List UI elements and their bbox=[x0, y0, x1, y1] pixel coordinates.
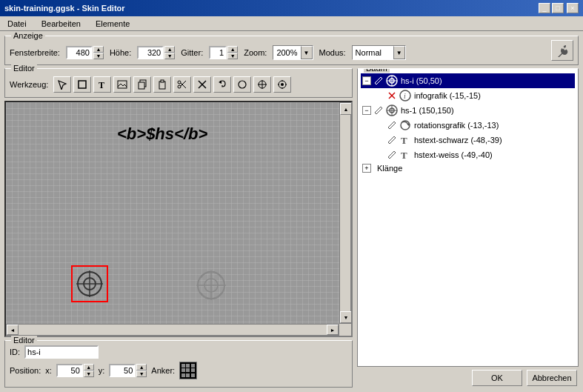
gitter-input[interactable]: 1 bbox=[209, 46, 227, 59]
hoehe-spinbox[interactable]: 320 ▲ ▼ bbox=[137, 46, 175, 59]
tool-cut[interactable] bbox=[173, 76, 191, 93]
cancel-button[interactable]: Abbrechen bbox=[527, 370, 577, 386]
gitter-spin-up[interactable]: ▲ bbox=[227, 46, 238, 53]
tree-panel: Baum − hs-i (50,50) bbox=[357, 68, 579, 388]
anzeige-row: Fensterbreite: 480 ▲ ▼ Höhe: 320 ▲ ▼ Git… bbox=[10, 42, 573, 60]
svg-line-32 bbox=[375, 83, 376, 84]
hoehe-input[interactable]: 320 bbox=[137, 46, 164, 59]
anker-grid[interactable] bbox=[179, 362, 197, 379]
menu-datei[interactable]: Datei bbox=[3, 19, 31, 29]
id-label: ID: bbox=[10, 348, 20, 356]
scroll-track-v[interactable] bbox=[340, 115, 350, 311]
y-label: y: bbox=[99, 366, 105, 375]
cross-icon-infografik bbox=[387, 91, 396, 100]
canvas-scrollbar-vertical[interactable]: ▲ ▼ bbox=[339, 102, 351, 324]
fensterbreite-spin-buttons[interactable]: ▲ ▼ bbox=[93, 46, 104, 59]
crosshair-svg-1 bbox=[75, 269, 104, 299]
tool-rect[interactable] bbox=[73, 76, 91, 93]
text-tool-icon: T bbox=[97, 79, 107, 90]
tree-item-hs-i[interactable]: − hs-i (50,50) bbox=[361, 73, 575, 88]
tree-item-hs-1[interactable]: − hs-1 (150,150) bbox=[361, 103, 575, 118]
tool-arrow[interactable] bbox=[53, 76, 71, 93]
zoom-dropdown-arrow[interactable]: ▼ bbox=[301, 46, 313, 59]
scroll-up-button[interactable]: ▲ bbox=[340, 103, 352, 115]
y-spin-buttons[interactable]: ▲ ▼ bbox=[136, 364, 147, 377]
position-row: Position: x: 50 ▲ ▼ y: 50 ▲ bbox=[10, 362, 347, 379]
gitter-spin-buttons[interactable]: ▲ ▼ bbox=[227, 46, 238, 59]
hoehe-spin-down[interactable]: ▼ bbox=[164, 53, 175, 59]
x-spin-up[interactable]: ▲ bbox=[84, 364, 94, 371]
pencil-icon-rotationsgrafik bbox=[387, 121, 396, 130]
maximize-button[interactable]: □ bbox=[552, 3, 564, 13]
minimize-button[interactable]: _ bbox=[539, 3, 550, 13]
tool-image[interactable] bbox=[113, 76, 131, 93]
rotate-icon bbox=[399, 119, 411, 131]
svg-rect-0 bbox=[79, 81, 86, 88]
scroll-left-button[interactable]: ◄ bbox=[7, 325, 19, 335]
tree-expand-klaenge[interactable]: + bbox=[362, 164, 371, 173]
tree-item-hstext-schwarz[interactable]: T hstext-schwarz (-48,-39) bbox=[374, 133, 575, 147]
tree-item-hstext-weiss[interactable]: T hstext-weiss (-49,-40) bbox=[374, 147, 575, 162]
crosshair-element-2[interactable] bbox=[195, 269, 227, 303]
modus-label: Modus: bbox=[319, 48, 346, 57]
hoehe-spin-buttons[interactable]: ▲ ▼ bbox=[164, 46, 175, 59]
scroll-right-button[interactable]: ► bbox=[327, 325, 339, 335]
y-spinbox[interactable]: 50 ▲ ▼ bbox=[109, 364, 147, 377]
fensterbreite-label: Fensterbreite: bbox=[10, 48, 60, 57]
cut-icon bbox=[177, 79, 187, 90]
modus-dropdown-container[interactable]: Normal ▼ bbox=[352, 45, 406, 60]
tool-star[interactable] bbox=[273, 76, 291, 93]
x-spinbox[interactable]: 50 ▲ ▼ bbox=[56, 364, 94, 377]
window-controls[interactable]: _ □ × bbox=[539, 3, 579, 13]
id-input[interactable]: hs-i bbox=[24, 345, 99, 359]
tree-item-text-hs-1: hs-1 (150,150) bbox=[401, 106, 454, 115]
close-button[interactable]: × bbox=[567, 3, 579, 13]
canvas-scrollbar-horizontal[interactable]: ◄ ► bbox=[6, 324, 339, 336]
tree-expand-hs-i[interactable]: − bbox=[362, 76, 371, 85]
y-spin-down[interactable]: ▼ bbox=[136, 371, 147, 377]
x-input[interactable]: 50 bbox=[56, 364, 83, 377]
tool-text[interactable]: T bbox=[93, 76, 111, 93]
crosshair-element-1[interactable] bbox=[75, 269, 104, 300]
fensterbreite-spin-down[interactable]: ▼ bbox=[93, 53, 104, 59]
modus-dropdown[interactable]: Normal ▼ bbox=[352, 45, 406, 60]
tool-delete[interactable] bbox=[193, 76, 211, 93]
copy-icon bbox=[137, 79, 147, 90]
x-spin-buttons[interactable]: ▲ ▼ bbox=[84, 364, 94, 377]
scroll-down-button[interactable]: ▼ bbox=[340, 311, 352, 323]
modus-dropdown-arrow[interactable]: ▼ bbox=[393, 46, 405, 59]
y-input[interactable]: 50 bbox=[109, 364, 136, 377]
hoehe-spin-up[interactable]: ▲ bbox=[164, 46, 175, 53]
tree-label: Baum bbox=[364, 68, 390, 73]
tool-paste[interactable] bbox=[153, 76, 171, 93]
fensterbreite-spinbox[interactable]: 480 ▲ ▼ bbox=[66, 46, 104, 59]
tree-item-infografik[interactable]: i infografik (-15,-15) bbox=[374, 88, 575, 103]
scroll-track-h[interactable] bbox=[19, 325, 327, 335]
main-content: Anzeige Fensterbreite: 480 ▲ ▼ Höhe: 320… bbox=[0, 31, 583, 392]
tool-undo[interactable] bbox=[213, 76, 231, 93]
tree-item-klaenge[interactable]: + Klänge bbox=[361, 162, 575, 174]
wrench-button[interactable] bbox=[551, 40, 573, 61]
tool-copy[interactable] bbox=[133, 76, 151, 93]
ok-button[interactable]: OK bbox=[472, 370, 522, 386]
fensterbreite-input[interactable]: 480 bbox=[66, 46, 93, 59]
zoom-value: 200% bbox=[273, 48, 300, 57]
tree-expand-hs-1[interactable]: − bbox=[362, 106, 371, 115]
hoehe-label: Höhe: bbox=[110, 48, 131, 57]
tree-item-text-rotationsgrafik: rotationsgrafik (-13,-13) bbox=[414, 121, 499, 130]
x-spin-down[interactable]: ▼ bbox=[84, 371, 94, 377]
zoom-dropdown-container[interactable]: 200% ▼ bbox=[273, 45, 313, 60]
tree-item-rotationsgrafik[interactable]: rotationsgrafik (-13,-13) bbox=[374, 118, 575, 133]
menu-bearbeiten[interactable]: Bearbeiten bbox=[37, 19, 85, 29]
editor-bottom-label: Editor bbox=[11, 336, 37, 345]
tool-target[interactable] bbox=[253, 76, 271, 93]
gitter-spinbox[interactable]: 1 ▲ ▼ bbox=[209, 46, 238, 59]
tool-circle[interactable] bbox=[233, 76, 251, 93]
menu-elemente[interactable]: Elemente bbox=[91, 19, 134, 29]
gitter-spin-down[interactable]: ▼ bbox=[227, 53, 238, 59]
position-label: Position: bbox=[10, 366, 41, 375]
fensterbreite-spin-up[interactable]: ▲ bbox=[93, 46, 104, 53]
zoom-dropdown[interactable]: 200% ▼ bbox=[273, 45, 313, 60]
canvas-container[interactable]: <b>$hs</b> bbox=[4, 101, 353, 337]
y-spin-up[interactable]: ▲ bbox=[136, 364, 147, 371]
